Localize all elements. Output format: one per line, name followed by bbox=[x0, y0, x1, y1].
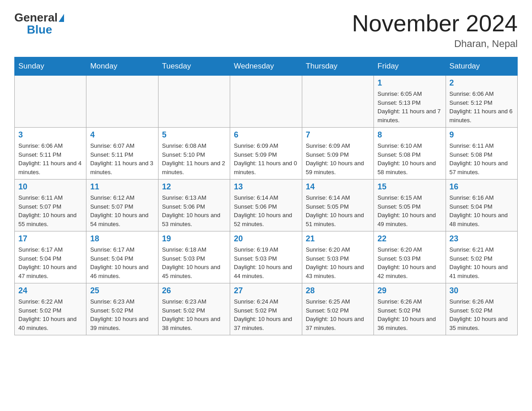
calendar-cell: 4Sunrise: 6:07 AM Sunset: 5:11 PM Daylig… bbox=[86, 128, 158, 180]
week-row-2: 3Sunrise: 6:06 AM Sunset: 5:11 PM Daylig… bbox=[15, 128, 518, 180]
logo-blue-text: Blue bbox=[27, 23, 52, 37]
day-info: Sunrise: 6:25 AM Sunset: 5:02 PM Dayligh… bbox=[306, 297, 370, 332]
day-info: Sunrise: 6:23 AM Sunset: 5:02 PM Dayligh… bbox=[162, 297, 226, 332]
calendar-cell: 7Sunrise: 6:09 AM Sunset: 5:09 PM Daylig… bbox=[302, 128, 373, 180]
day-number: 22 bbox=[378, 234, 442, 244]
calendar-cell: 9Sunrise: 6:11 AM Sunset: 5:08 PM Daylig… bbox=[446, 128, 517, 180]
day-number: 5 bbox=[162, 130, 226, 140]
calendar-cell: 30Sunrise: 6:26 AM Sunset: 5:02 PM Dayli… bbox=[446, 283, 517, 335]
day-number: 20 bbox=[234, 234, 298, 244]
calendar-cell: 14Sunrise: 6:14 AM Sunset: 5:05 PM Dayli… bbox=[302, 180, 373, 231]
calendar-cell: 17Sunrise: 6:17 AM Sunset: 5:04 PM Dayli… bbox=[15, 231, 86, 283]
calendar-table: SundayMondayTuesdayWednesdayThursdayFrid… bbox=[14, 57, 518, 335]
day-info: Sunrise: 6:17 AM Sunset: 5:04 PM Dayligh… bbox=[18, 245, 82, 280]
calendar-cell: 25Sunrise: 6:23 AM Sunset: 5:02 PM Dayli… bbox=[86, 283, 158, 335]
calendar-cell bbox=[158, 76, 230, 128]
day-number: 25 bbox=[90, 286, 154, 295]
calendar-cell: 23Sunrise: 6:21 AM Sunset: 5:02 PM Dayli… bbox=[446, 231, 517, 283]
day-number: 1 bbox=[378, 78, 442, 88]
day-number: 26 bbox=[162, 286, 226, 295]
day-info: Sunrise: 6:14 AM Sunset: 5:05 PM Dayligh… bbox=[306, 193, 370, 228]
day-info: Sunrise: 6:11 AM Sunset: 5:08 PM Dayligh… bbox=[450, 141, 514, 176]
calendar-cell: 10Sunrise: 6:11 AM Sunset: 5:07 PM Dayli… bbox=[15, 180, 86, 231]
day-number: 21 bbox=[306, 234, 370, 244]
weekday-header-wednesday: Wednesday bbox=[230, 57, 302, 76]
day-info: Sunrise: 6:10 AM Sunset: 5:08 PM Dayligh… bbox=[378, 141, 442, 176]
day-info: Sunrise: 6:21 AM Sunset: 5:02 PM Dayligh… bbox=[450, 245, 514, 280]
weekday-header-saturday: Saturday bbox=[446, 57, 517, 76]
day-info: Sunrise: 6:08 AM Sunset: 5:10 PM Dayligh… bbox=[162, 141, 226, 176]
weekday-header-thursday: Thursday bbox=[302, 57, 373, 76]
day-info: Sunrise: 6:20 AM Sunset: 5:03 PM Dayligh… bbox=[378, 245, 442, 280]
location-label: Dharan, Nepal bbox=[352, 38, 518, 50]
day-number: 16 bbox=[450, 182, 514, 192]
calendar-cell bbox=[302, 76, 373, 128]
day-info: Sunrise: 6:26 AM Sunset: 5:02 PM Dayligh… bbox=[378, 297, 442, 332]
day-info: Sunrise: 6:15 AM Sunset: 5:05 PM Dayligh… bbox=[378, 193, 442, 228]
day-info: Sunrise: 6:16 AM Sunset: 5:04 PM Dayligh… bbox=[450, 193, 514, 228]
title-area: November 2024 Dharan, Nepal bbox=[352, 11, 518, 50]
day-info: Sunrise: 6:06 AM Sunset: 5:12 PM Dayligh… bbox=[450, 90, 514, 124]
day-number: 19 bbox=[162, 234, 226, 244]
calendar-cell: 27Sunrise: 6:24 AM Sunset: 5:02 PM Dayli… bbox=[230, 283, 302, 335]
page-header: General Blue November 2024 Dharan, Nepal bbox=[14, 11, 518, 50]
calendar-cell: 3Sunrise: 6:06 AM Sunset: 5:11 PM Daylig… bbox=[15, 128, 86, 180]
weekday-header-row: SundayMondayTuesdayWednesdayThursdayFrid… bbox=[15, 57, 518, 76]
day-number: 17 bbox=[18, 234, 82, 244]
calendar-cell: 13Sunrise: 6:14 AM Sunset: 5:06 PM Dayli… bbox=[230, 180, 302, 231]
day-info: Sunrise: 6:14 AM Sunset: 5:06 PM Dayligh… bbox=[234, 193, 298, 228]
day-info: Sunrise: 6:18 AM Sunset: 5:03 PM Dayligh… bbox=[162, 245, 226, 280]
calendar-cell: 16Sunrise: 6:16 AM Sunset: 5:04 PM Dayli… bbox=[446, 180, 517, 231]
calendar-cell: 24Sunrise: 6:22 AM Sunset: 5:02 PM Dayli… bbox=[15, 283, 86, 335]
calendar-cell: 28Sunrise: 6:25 AM Sunset: 5:02 PM Dayli… bbox=[302, 283, 373, 335]
day-number: 3 bbox=[18, 130, 82, 140]
weekday-header-tuesday: Tuesday bbox=[158, 57, 230, 76]
day-info: Sunrise: 6:24 AM Sunset: 5:02 PM Dayligh… bbox=[234, 297, 298, 332]
day-info: Sunrise: 6:12 AM Sunset: 5:07 PM Dayligh… bbox=[90, 193, 154, 228]
day-info: Sunrise: 6:26 AM Sunset: 5:02 PM Dayligh… bbox=[450, 297, 514, 332]
weekday-header-monday: Monday bbox=[86, 57, 158, 76]
week-row-3: 10Sunrise: 6:11 AM Sunset: 5:07 PM Dayli… bbox=[15, 180, 518, 231]
day-number: 30 bbox=[450, 286, 514, 295]
week-row-5: 24Sunrise: 6:22 AM Sunset: 5:02 PM Dayli… bbox=[15, 283, 518, 335]
day-number: 14 bbox=[306, 182, 370, 192]
calendar-cell: 11Sunrise: 6:12 AM Sunset: 5:07 PM Dayli… bbox=[86, 180, 158, 231]
day-number: 10 bbox=[18, 182, 82, 192]
calendar-cell: 12Sunrise: 6:13 AM Sunset: 5:06 PM Dayli… bbox=[158, 180, 230, 231]
week-row-1: 1Sunrise: 6:05 AM Sunset: 5:13 PM Daylig… bbox=[15, 76, 518, 128]
calendar-cell: 5Sunrise: 6:08 AM Sunset: 5:10 PM Daylig… bbox=[158, 128, 230, 180]
day-info: Sunrise: 6:05 AM Sunset: 5:13 PM Dayligh… bbox=[378, 90, 442, 124]
day-info: Sunrise: 6:07 AM Sunset: 5:11 PM Dayligh… bbox=[90, 141, 154, 176]
day-number: 2 bbox=[450, 78, 514, 88]
calendar-cell bbox=[230, 76, 302, 128]
calendar-cell bbox=[86, 76, 158, 128]
calendar-cell: 21Sunrise: 6:20 AM Sunset: 5:03 PM Dayli… bbox=[302, 231, 373, 283]
calendar-cell: 6Sunrise: 6:09 AM Sunset: 5:09 PM Daylig… bbox=[230, 128, 302, 180]
calendar-cell: 15Sunrise: 6:15 AM Sunset: 5:05 PM Dayli… bbox=[374, 180, 446, 231]
day-info: Sunrise: 6:06 AM Sunset: 5:11 PM Dayligh… bbox=[18, 141, 82, 176]
calendar-cell: 8Sunrise: 6:10 AM Sunset: 5:08 PM Daylig… bbox=[374, 128, 446, 180]
day-info: Sunrise: 6:13 AM Sunset: 5:06 PM Dayligh… bbox=[162, 193, 226, 228]
day-number: 6 bbox=[234, 130, 298, 140]
day-info: Sunrise: 6:11 AM Sunset: 5:07 PM Dayligh… bbox=[18, 193, 82, 228]
day-number: 11 bbox=[90, 182, 154, 192]
calendar-cell: 1Sunrise: 6:05 AM Sunset: 5:13 PM Daylig… bbox=[374, 76, 446, 128]
day-number: 9 bbox=[450, 130, 514, 140]
day-number: 23 bbox=[450, 234, 514, 244]
day-number: 27 bbox=[234, 286, 298, 295]
day-number: 12 bbox=[162, 182, 226, 192]
weekday-header-friday: Friday bbox=[374, 57, 446, 76]
day-number: 15 bbox=[378, 182, 442, 192]
calendar-cell: 18Sunrise: 6:17 AM Sunset: 5:04 PM Dayli… bbox=[86, 231, 158, 283]
logo: General Blue bbox=[14, 11, 65, 37]
day-info: Sunrise: 6:23 AM Sunset: 5:02 PM Dayligh… bbox=[90, 297, 154, 332]
day-number: 29 bbox=[378, 286, 442, 295]
day-info: Sunrise: 6:09 AM Sunset: 5:09 PM Dayligh… bbox=[234, 141, 298, 176]
day-info: Sunrise: 6:09 AM Sunset: 5:09 PM Dayligh… bbox=[306, 141, 370, 176]
calendar-cell: 22Sunrise: 6:20 AM Sunset: 5:03 PM Dayli… bbox=[374, 231, 446, 283]
logo-triangle-icon bbox=[59, 14, 64, 22]
calendar-cell: 29Sunrise: 6:26 AM Sunset: 5:02 PM Dayli… bbox=[374, 283, 446, 335]
week-row-4: 17Sunrise: 6:17 AM Sunset: 5:04 PM Dayli… bbox=[15, 231, 518, 283]
weekday-header-sunday: Sunday bbox=[15, 57, 86, 76]
calendar-cell bbox=[15, 76, 86, 128]
